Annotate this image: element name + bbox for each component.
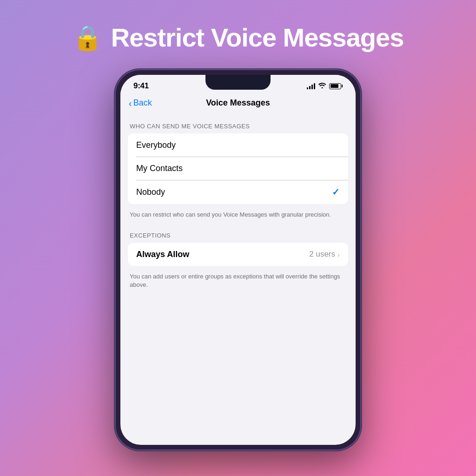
exceptions-footer: You can add users or entire groups as ex… [120, 269, 356, 298]
exceptions-label: EXCEPTIONS [120, 232, 356, 243]
always-allow-count: 2 users [309, 250, 335, 259]
status-time: 9:41 [133, 81, 149, 91]
always-allow-right: 2 users › [309, 250, 340, 259]
who-section-footer: You can restrict who can send you Voice … [120, 207, 356, 228]
nobody-option: Nobody [136, 187, 165, 197]
back-chevron-icon: ‹ [129, 99, 132, 108]
everybody-option: Everybody [136, 140, 176, 150]
back-button[interactable]: ‹ Back [129, 98, 152, 108]
selected-checkmark: ✓ [332, 186, 340, 198]
battery-icon [329, 83, 343, 89]
nav-title: Voice Messages [206, 98, 270, 108]
always-allow-label: Always Allow [136, 250, 189, 259]
exceptions-list: Always Allow 2 users › [128, 243, 348, 266]
list-item[interactable]: My Contacts [128, 157, 348, 180]
list-item[interactable]: Nobody ✓ [128, 180, 348, 204]
nav-bar: ‹ Back Voice Messages [120, 94, 356, 113]
status-icons [307, 82, 343, 90]
phone-screen: 9:41 [120, 75, 356, 445]
my-contacts-option: My Contacts [136, 164, 183, 173]
page-header: 🔒 Restrict Voice Messages [73, 22, 404, 53]
wifi-icon [318, 82, 326, 90]
who-section-label: WHO CAN SEND ME VOICE MESSAGES [120, 123, 356, 133]
list-item[interactable]: Everybody [128, 133, 348, 157]
page-title: Restrict Voice Messages [111, 22, 404, 53]
who-options-list: Everybody My Contacts Nobody ✓ [128, 133, 348, 204]
phone-mockup: 9:41 [115, 69, 361, 450]
back-label: Back [133, 98, 152, 108]
lock-icon: 🔒 [73, 26, 103, 50]
always-allow-item[interactable]: Always Allow 2 users › [128, 243, 348, 266]
signal-icon [307, 83, 315, 89]
chevron-right-icon: › [337, 251, 340, 258]
exceptions-section: EXCEPTIONS Always Allow 2 users › You ca… [120, 232, 356, 298]
phone-notch [205, 75, 271, 90]
settings-content: WHO CAN SEND ME VOICE MESSAGES Everybody… [120, 113, 356, 445]
